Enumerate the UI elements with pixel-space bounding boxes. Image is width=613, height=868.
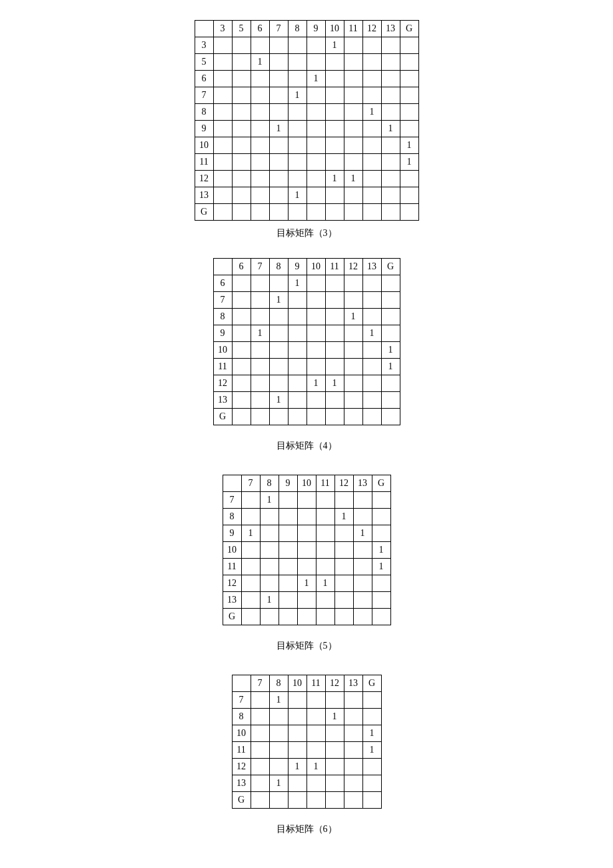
matrix-cell	[251, 37, 269, 54]
matrix-cell: 1	[325, 709, 344, 725]
matrix-cell	[213, 137, 232, 154]
matrix-cell	[288, 359, 306, 375]
matrix-cell	[269, 137, 288, 154]
matrix-cell	[213, 87, 232, 104]
matrix-cell: 1	[372, 542, 390, 559]
matrix-cell	[269, 725, 288, 742]
matrix-col-header: 7	[269, 21, 288, 37]
matrix-cell	[269, 87, 288, 104]
matrix-cell	[344, 409, 362, 425]
matrix-cell	[362, 121, 381, 137]
matrix-cell	[400, 71, 418, 87]
matrix-cell	[400, 87, 418, 104]
matrix-table-6: 7810111213G71811011111211131G	[232, 675, 382, 809]
matrix-block-5: 78910111213G71819111011111211131G 目标矩阵（5…	[0, 475, 613, 656]
matrix-row: 71	[195, 87, 418, 104]
matrix-cell	[381, 292, 400, 309]
matrix-cell	[362, 775, 381, 792]
matrix-col-header: 5	[232, 21, 251, 37]
matrix-cell	[344, 742, 362, 759]
matrix-row: 81	[213, 309, 400, 325]
matrix-corner-cell	[213, 259, 232, 275]
matrix-cell	[269, 171, 288, 187]
matrix-cell	[288, 71, 306, 87]
matrix-cell	[306, 187, 325, 204]
matrix-cell	[306, 392, 325, 409]
matrix-row-header: 11	[223, 559, 241, 575]
matrix-cell	[325, 275, 344, 292]
matrix-row: 911	[223, 525, 390, 542]
matrix-col-header: 9	[288, 259, 306, 275]
matrix-row: 101	[195, 137, 418, 154]
matrix-cell: 1	[325, 375, 344, 392]
matrix-row-header: 7	[195, 87, 213, 104]
matrix-row: G	[232, 792, 381, 809]
matrix-cell	[241, 609, 260, 625]
matrix-cell: 1	[372, 559, 390, 575]
matrix-cell	[288, 104, 306, 121]
matrix-corner-cell	[232, 675, 251, 692]
matrix-cell	[260, 509, 279, 525]
matrix-row-header: 8	[232, 709, 251, 725]
matrix-row: 71	[223, 492, 390, 509]
matrix-row-header: 10	[195, 137, 213, 154]
matrix-col-header: 13	[362, 259, 381, 275]
matrix-col-header: 12	[362, 21, 381, 37]
matrix-cell: 1	[400, 154, 418, 171]
matrix-cell	[372, 509, 390, 525]
matrix-cell	[251, 275, 269, 292]
matrix-cell	[325, 742, 344, 759]
matrix-cell	[325, 71, 344, 87]
matrix-col-header: 9	[306, 21, 325, 37]
matrix-row-header: 7	[223, 492, 241, 509]
matrix-cell	[306, 692, 325, 709]
matrix-cell: 1	[269, 121, 288, 137]
matrix-cell	[232, 342, 251, 359]
matrix-cell: 1	[260, 592, 279, 609]
matrix-cell	[344, 375, 362, 392]
matrix-cell	[362, 204, 381, 221]
matrix-col-header: 11	[316, 475, 334, 492]
matrix-col-header: 6	[232, 259, 251, 275]
matrix-corner-cell	[223, 475, 241, 492]
matrix-cell	[344, 275, 362, 292]
matrix-cell	[325, 792, 344, 809]
matrix-cell	[213, 187, 232, 204]
matrix-cell	[251, 409, 269, 425]
matrix-cell	[297, 609, 316, 625]
matrix-cell	[269, 709, 288, 725]
matrix-cell	[325, 137, 344, 154]
matrix-cell	[251, 137, 269, 154]
matrix-cell: 1	[269, 775, 288, 792]
matrix-cell	[288, 692, 306, 709]
matrix-cell	[306, 775, 325, 792]
matrix-row-header: 13	[223, 592, 241, 609]
matrix-cell: 1	[381, 359, 400, 375]
matrix-cell	[260, 542, 279, 559]
matrix-cell	[288, 792, 306, 809]
matrix-cell	[400, 187, 418, 204]
matrix-cell	[316, 525, 334, 542]
matrix-row: 61	[213, 275, 400, 292]
matrix-cell	[288, 171, 306, 187]
matrix-row: 131	[232, 775, 381, 792]
matrix-cell	[306, 792, 325, 809]
matrix-cell	[241, 592, 260, 609]
matrix-cell	[251, 104, 269, 121]
matrix-cell	[381, 137, 400, 154]
matrix-cell	[251, 309, 269, 325]
matrix-col-header: 10	[325, 21, 344, 37]
matrix-cell	[325, 359, 344, 375]
matrix-cell	[362, 171, 381, 187]
matrix-cell: 1	[325, 171, 344, 187]
matrix-cell	[334, 592, 353, 609]
matrix-cell	[241, 575, 260, 592]
matrix-cell	[232, 54, 251, 71]
matrix-cell: 1	[288, 275, 306, 292]
matrix-cell	[213, 121, 232, 137]
matrix-row-header: 13	[195, 187, 213, 204]
matrix-cell	[334, 559, 353, 575]
matrix-col-header: 12	[344, 259, 362, 275]
matrix-cell	[269, 37, 288, 54]
matrix-cell	[288, 54, 306, 71]
